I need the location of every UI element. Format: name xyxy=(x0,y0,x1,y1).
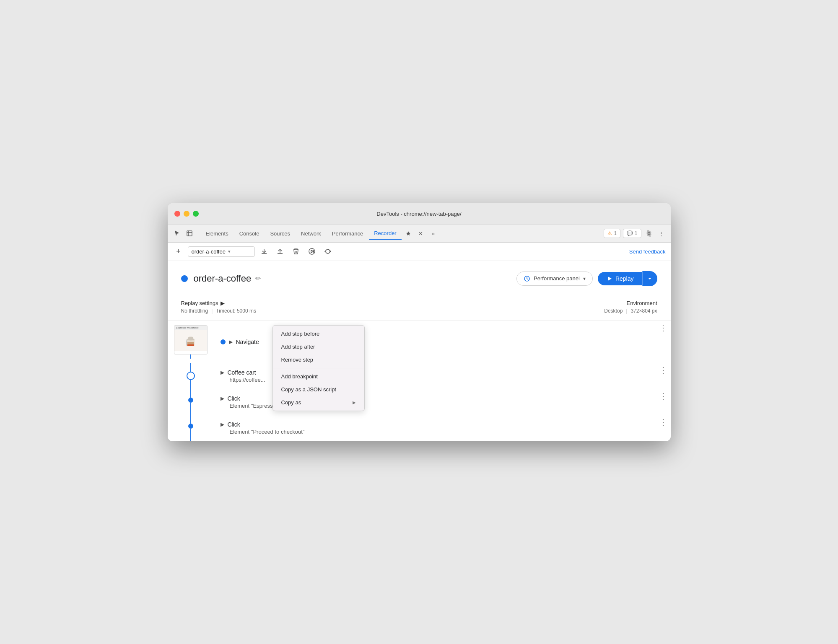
navigate-more-button[interactable]: ⋮ xyxy=(656,321,671,363)
devtools-tab-bar: Elements Console Sources Network Perform… xyxy=(168,225,671,243)
navigate-thumbnail-col: Espresso Macchiato xyxy=(168,321,214,363)
warning-badge[interactable]: ⚠ 1 xyxy=(604,229,620,238)
chevron-down-icon: ▾ xyxy=(228,249,231,254)
click-espresso-more[interactable]: ⋮ xyxy=(656,389,671,415)
more-tabs-icon[interactable]: » xyxy=(428,228,439,239)
resolution-value: 372×804 px xyxy=(630,308,657,314)
settings-details: No throttling | Timeout: 5000 ms xyxy=(181,308,605,314)
toolbar-actions xyxy=(258,246,334,257)
perf-panel-dropdown-icon: ▾ xyxy=(583,276,586,282)
throttling-value: No throttling xyxy=(181,308,208,314)
header-actions: Performance panel ▾ Replay xyxy=(516,271,657,286)
coffee-cart-more[interactable]: ⋮ xyxy=(656,363,671,389)
timeline-connector xyxy=(190,354,191,359)
navigate-dot xyxy=(221,339,226,344)
traffic-lights xyxy=(174,211,199,217)
click-checkout-content: ▶ Click Element "Proceed to checkout" xyxy=(214,415,656,441)
replay-settings-toggle[interactable]: Replay settings ▶ xyxy=(181,300,605,306)
steps-list: Espresso Macchiato xyxy=(168,321,671,441)
warning-count: 1 xyxy=(614,230,617,236)
replay-label: Replay xyxy=(615,275,634,282)
timeline-bottom-line xyxy=(190,380,191,389)
click-checkout-dot xyxy=(188,424,193,429)
chat-badge[interactable]: 💬 1 xyxy=(623,229,641,238)
environment-settings: Environment Desktop | 372×804 px xyxy=(604,300,657,314)
context-remove-step[interactable]: Remove step xyxy=(273,353,364,366)
click-espresso-dot xyxy=(188,398,193,403)
tab-elements[interactable]: Elements xyxy=(201,228,233,239)
replay-settings-label: Replay settings xyxy=(181,300,218,306)
add-recording-button[interactable]: + xyxy=(173,246,184,257)
recording-name-selector[interactable]: order-a-coffee ▾ xyxy=(188,246,255,257)
click-espresso-expand[interactable]: ▶ xyxy=(221,396,224,401)
step-click-checkout: ▶ Click Element "Proceed to checkout" ⋮ xyxy=(168,415,671,441)
navigate-expand-arrow[interactable]: ▶ xyxy=(229,339,233,345)
tab-console[interactable]: Console xyxy=(234,228,265,239)
click-espresso-name: Click xyxy=(228,395,240,402)
replay-dropdown-button[interactable] xyxy=(642,271,657,286)
step-through-icon[interactable] xyxy=(306,246,318,257)
close-button[interactable] xyxy=(174,211,180,217)
click-espresso-timeline xyxy=(168,389,214,415)
replay-settings-left: Replay settings ▶ No throttling | Timeou… xyxy=(181,300,605,314)
recording-title: order-a-coffee xyxy=(194,273,252,284)
chat-icon: 💬 xyxy=(627,230,633,236)
replay-button-group: Replay xyxy=(598,271,657,286)
tab-network[interactable]: Network xyxy=(296,228,326,239)
click-checkout-detail: Element "Proceed to checkout" xyxy=(230,429,652,435)
context-copy-json[interactable]: Copy as a JSON script xyxy=(273,383,364,396)
svg-rect-0 xyxy=(187,231,192,236)
navigate-content: ▶ Navigate Add step before Add step afte… xyxy=(214,321,656,363)
svg-rect-7 xyxy=(188,337,193,340)
delete-icon[interactable] xyxy=(290,246,302,257)
maximize-button[interactable] xyxy=(193,211,199,217)
navigate-thumbnail: Espresso Macchiato xyxy=(174,325,208,354)
warning-icon: ⚠ xyxy=(607,230,612,236)
context-copy-as[interactable]: Copy as xyxy=(273,396,364,409)
navigate-step-name: Navigate xyxy=(236,339,259,345)
perf-panel-label: Performance panel xyxy=(534,275,580,282)
perf-panel-icon xyxy=(524,275,530,282)
step-context-menu: Add step before Add step after Remove st… xyxy=(272,325,365,411)
click-checkout-timeline xyxy=(168,415,214,441)
performance-panel-button[interactable]: Performance panel ▾ xyxy=(516,272,593,286)
context-add-after[interactable]: Add step after xyxy=(273,340,364,353)
timeline-top-line xyxy=(190,363,191,372)
context-add-before[interactable]: Add step before xyxy=(273,327,364,340)
chat-count: 1 xyxy=(635,230,638,236)
click-checkout-more[interactable]: ⋮ xyxy=(656,415,671,441)
tab-divider-1 xyxy=(198,229,198,238)
replay-button[interactable]: Replay xyxy=(598,272,642,285)
import-icon[interactable] xyxy=(274,246,286,257)
more-options-icon[interactable]: ⋮ xyxy=(656,228,667,239)
click-checkout-name: Click xyxy=(228,421,240,428)
svg-rect-4 xyxy=(187,342,194,344)
svg-rect-5 xyxy=(187,344,194,346)
coffee-cart-expand[interactable]: ▶ xyxy=(221,370,224,375)
recording-status-dot xyxy=(181,275,188,282)
window-title: DevTools - chrome://new-tab-page/ xyxy=(376,211,461,217)
loop-icon[interactable] xyxy=(322,246,334,257)
tab-recorder[interactable]: Recorder xyxy=(369,228,401,240)
inspect-icon[interactable] xyxy=(184,228,195,239)
send-feedback-link[interactable]: Send feedback xyxy=(629,248,666,255)
edit-title-icon[interactable]: ✏ xyxy=(255,274,261,282)
context-add-breakpoint[interactable]: Add breakpoint xyxy=(273,370,364,383)
recorder-pin-icon[interactable] xyxy=(402,228,414,239)
minimize-button[interactable] xyxy=(184,211,189,217)
settings-icon[interactable] xyxy=(643,228,655,239)
current-recording-name: order-a-coffee xyxy=(192,248,226,255)
export-icon[interactable] xyxy=(258,246,270,257)
step-navigate: Espresso Macchiato xyxy=(168,321,671,363)
click-checkout-expand[interactable]: ▶ xyxy=(221,422,224,427)
cursor-icon[interactable] xyxy=(171,228,183,239)
tab-sources[interactable]: Sources xyxy=(265,228,295,239)
context-menu-sep-1 xyxy=(273,368,364,368)
coffee-cart-name: Coffee cart xyxy=(228,369,256,376)
settings-row: Replay settings ▶ No throttling | Timeou… xyxy=(168,293,671,321)
settings-expand-icon: ▶ xyxy=(221,300,225,306)
timeout-value: Timeout: 5000 ms xyxy=(216,308,256,314)
close-tab-icon[interactable]: ✕ xyxy=(415,228,427,239)
tab-performance[interactable]: Performance xyxy=(327,228,368,239)
environment-label: Environment xyxy=(604,300,657,306)
